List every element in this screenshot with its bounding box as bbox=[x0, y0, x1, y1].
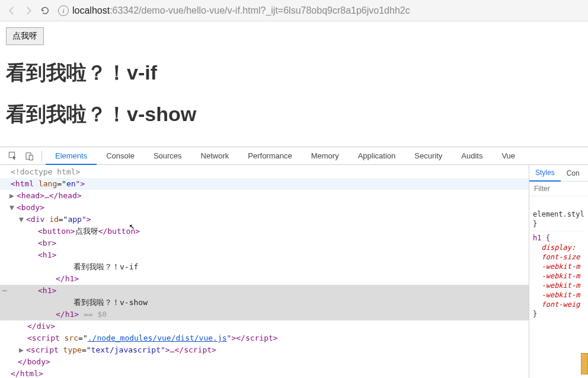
dom-line[interactable]: <script src="./node_modules/vue/dist/vue… bbox=[0, 332, 529, 344]
expand-toggle[interactable]: ▼ bbox=[19, 214, 26, 225]
tab-application[interactable]: Application bbox=[349, 147, 405, 165]
inspect-icon bbox=[8, 151, 18, 161]
dom-line[interactable]: </h1> bbox=[0, 273, 529, 285]
style-rules[interactable]: element.styl }h1 { display: font-size -w… bbox=[529, 196, 588, 331]
expand-toggle[interactable]: ▼ bbox=[9, 202, 17, 214]
tab-network[interactable]: Network bbox=[191, 147, 239, 165]
tab-memory[interactable]: Memory bbox=[302, 147, 349, 165]
dom-line-selected[interactable]: ⋯<h1> bbox=[0, 285, 529, 297]
dom-line[interactable]: <!doctype html> bbox=[0, 166, 529, 178]
tab-styles[interactable]: Styles bbox=[529, 165, 561, 182]
dom-line[interactable]: <h1> bbox=[0, 249, 529, 261]
dom-line[interactable]: </body> bbox=[0, 356, 529, 368]
dom-line[interactable]: 看到我啦？！v-if bbox=[0, 261, 529, 273]
svg-rect-2 bbox=[29, 155, 33, 160]
url-host: localhost bbox=[72, 5, 110, 16]
dom-line[interactable]: <html lang="en"> bbox=[0, 178, 529, 190]
styles-filter bbox=[529, 182, 588, 196]
address-bar[interactable]: i localhost:63342/demo-vue/hello-vue/v-i… bbox=[58, 5, 584, 16]
tab-elements[interactable]: Elements bbox=[46, 147, 97, 165]
forward-button[interactable] bbox=[20, 2, 37, 19]
url-path: :63342/demo-vue/hello-vue/v-if.html?_ijt… bbox=[110, 5, 410, 16]
breadcrumb-dots: ⋯ bbox=[0, 285, 9, 297]
reload-icon bbox=[40, 6, 50, 15]
devtools: Elements Console Sources Network Perform… bbox=[0, 147, 588, 378]
inspect-element-button[interactable] bbox=[5, 148, 21, 164]
tab-performance[interactable]: Performance bbox=[238, 147, 301, 165]
styles-filter-input[interactable] bbox=[529, 182, 588, 196]
expand-toggle[interactable]: ▶ bbox=[19, 344, 26, 356]
dom-line-selected[interactable]: </h1> == $0 bbox=[0, 309, 529, 320]
browser-toolbar: i localhost:63342/demo-vue/hello-vue/v-i… bbox=[0, 0, 588, 21]
dom-line[interactable]: </div> bbox=[0, 320, 529, 332]
tab-computed[interactable]: Con bbox=[561, 165, 586, 182]
dom-line[interactable]: ▶<head>…</head> bbox=[0, 190, 529, 202]
dom-line[interactable]: <br> bbox=[0, 237, 529, 249]
reload-button[interactable] bbox=[37, 2, 53, 19]
back-button[interactable] bbox=[4, 2, 20, 19]
devtools-tabbar: Elements Console Sources Network Perform… bbox=[0, 147, 588, 165]
dom-line[interactable]: <button>点我呀</button> bbox=[0, 225, 529, 237]
heading-vif: 看到我啦？！v-if bbox=[6, 59, 582, 87]
heading-vshow: 看到我啦？！v-show bbox=[6, 101, 582, 128]
site-info-icon[interactable]: i bbox=[58, 5, 69, 16]
tab-security[interactable]: Security bbox=[405, 147, 452, 165]
tab-console[interactable]: Console bbox=[97, 147, 144, 165]
arrow-left-icon bbox=[7, 5, 17, 16]
styles-tabbar: Styles Con bbox=[529, 165, 588, 182]
tab-sources[interactable]: Sources bbox=[144, 147, 191, 165]
dom-line[interactable]: </html> bbox=[0, 368, 529, 378]
tab-vue[interactable]: Vue bbox=[492, 147, 525, 165]
device-toolbar-button[interactable] bbox=[21, 148, 38, 164]
dom-line-selected[interactable]: 看到我啦？！v-show bbox=[0, 297, 529, 309]
script-src-link[interactable]: ./node_modules/vue/dist/vue.js bbox=[88, 333, 227, 342]
arrow-right-icon bbox=[23, 5, 34, 16]
toggle-button[interactable]: 点我呀 bbox=[6, 27, 44, 45]
devtools-body: <!doctype html> <html lang="en"> ▶<head>… bbox=[0, 165, 588, 378]
margin-overlay-indicator bbox=[581, 353, 588, 374]
dom-line[interactable]: ▼<body> bbox=[0, 202, 529, 214]
tab-audits[interactable]: Audits bbox=[452, 147, 492, 165]
device-icon bbox=[25, 151, 34, 161]
dom-line[interactable]: ▼<div id="app"> bbox=[0, 214, 529, 225]
elements-panel[interactable]: <!doctype html> <html lang="en"> ▶<head>… bbox=[0, 165, 529, 378]
styles-sidebar: Styles Con element.styl }h1 { display: f… bbox=[529, 165, 588, 378]
page-viewport: 点我呀 看到我啦？！v-if 看到我啦？！v-show bbox=[0, 21, 588, 147]
separator bbox=[41, 151, 42, 161]
expand-toggle[interactable]: ▶ bbox=[9, 190, 17, 202]
dom-line[interactable]: ▶<script type="text/javascript">…</scrip… bbox=[0, 344, 529, 356]
